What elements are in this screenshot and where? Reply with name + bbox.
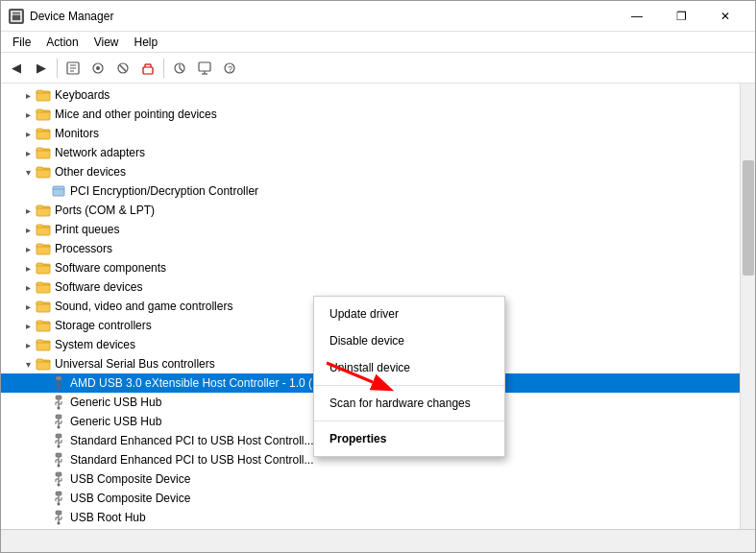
tree-item[interactable]: USB Composite Device [1, 489, 740, 508]
tree-item[interactable]: ▸ Mice and other pointing devices [1, 105, 740, 124]
device-icon [51, 491, 66, 506]
svg-rect-43 [56, 396, 61, 399]
menu-help[interactable]: Help [127, 34, 166, 51]
device-label: Sound, video and game controllers [55, 300, 232, 313]
toolbar: ◀ ▶ ? [1, 53, 755, 84]
app-icon [9, 9, 24, 24]
back-button[interactable]: ◀ [5, 57, 28, 80]
device-label: Generic USB Hub [70, 396, 161, 409]
tree-item[interactable]: USB Composite Device [1, 469, 740, 489]
window-controls: — ❐ ✕ [615, 1, 747, 32]
svg-point-59 [58, 445, 61, 448]
device-icon [36, 260, 51, 276]
statusbar [1, 529, 755, 552]
device-label: USB Root Hub [70, 511, 146, 524]
tree-item[interactable]: ▸ Software devices [1, 277, 740, 297]
tree-item[interactable]: ▸ Monitors [1, 124, 740, 143]
tree-item[interactable]: USB Root Hub [1, 508, 740, 527]
svg-point-7 [96, 66, 100, 70]
context-menu-item[interactable]: Update driver [314, 301, 504, 327]
device-icon [51, 433, 66, 448]
device-icon [36, 241, 51, 256]
device-icon [36, 145, 51, 160]
computer-button[interactable] [193, 57, 216, 80]
tree-item[interactable]: ▸ Processors [1, 239, 740, 258]
properties-button[interactable] [61, 57, 85, 80]
device-label: Monitors [55, 127, 99, 140]
title-bar: Device Manager — ❐ ✕ [1, 1, 755, 32]
device-icon [51, 452, 66, 468]
device-label: Mice and other pointing devices [55, 108, 217, 121]
vertical-scrollbar[interactable] [740, 84, 755, 529]
close-button[interactable]: ✕ [703, 1, 747, 32]
device-icon [36, 203, 51, 218]
context-menu-item[interactable]: Scan for hardware changes [314, 390, 504, 417]
device-label: USB Composite Device [70, 492, 190, 505]
svg-rect-64 [56, 453, 61, 457]
toolbar-separator-1 [57, 59, 58, 78]
context-menu-item[interactable]: Uninstall device [314, 354, 504, 381]
svg-point-38 [58, 388, 61, 391]
svg-rect-71 [56, 472, 61, 476]
window-title: Device Manager [30, 10, 615, 23]
minimize-button[interactable]: — [615, 1, 659, 32]
device-label: Standard Enhanced PCI to USB Host Contro… [70, 453, 313, 467]
toolbar-separator-2 [163, 59, 164, 78]
device-label: Software devices [55, 280, 142, 294]
tree-item[interactable]: ▾ Other devices [1, 162, 740, 181]
device-label: Software components [55, 261, 166, 275]
device-label: Network adapters [55, 146, 145, 159]
tree-item[interactable]: ▸ Keyboards [1, 85, 740, 105]
device-label: System devices [55, 338, 135, 351]
device-icon [51, 414, 66, 429]
device-label: Standard Enhanced PCI to USB Host Contro… [70, 434, 313, 447]
uninstall-button[interactable] [136, 57, 159, 80]
tree-item[interactable]: ▸ Ports (COM & LPT) [1, 201, 740, 220]
device-label: Processors [55, 242, 112, 255]
context-menu-separator [314, 421, 504, 421]
device-icon [36, 279, 51, 295]
tree-item[interactable]: ▸ Print queues [1, 220, 740, 239]
device-icon [51, 510, 66, 525]
tree-item[interactable]: ▸ Software components [1, 258, 740, 277]
forward-button[interactable]: ▶ [30, 57, 53, 80]
help-button[interactable]: ? [218, 57, 241, 80]
svg-rect-0 [12, 12, 21, 21]
svg-rect-15 [199, 62, 210, 71]
scan-changes-button[interactable] [168, 57, 191, 80]
svg-rect-50 [56, 415, 61, 419]
device-label: Generic USB Hub [70, 415, 161, 428]
tree-item[interactable]: PCI Encryption/Decryption Controller [1, 181, 740, 201]
menu-view[interactable]: View [86, 34, 127, 51]
device-label: Other devices [55, 165, 126, 179]
tree-item[interactable]: USB Root Hub [1, 527, 740, 529]
svg-point-66 [58, 465, 61, 468]
context-menu-item[interactable]: Disable device [314, 327, 504, 354]
menu-action[interactable]: Action [38, 34, 85, 51]
context-menu: Update driverDisable deviceUninstall dev… [313, 296, 505, 457]
disable-button[interactable] [111, 57, 134, 80]
svg-rect-10 [143, 67, 153, 74]
device-icon [36, 87, 51, 103]
svg-rect-36 [56, 376, 61, 380]
scrollbar-thumb[interactable] [743, 160, 754, 276]
maximize-button[interactable]: ❐ [659, 1, 703, 32]
device-icon [36, 164, 51, 180]
device-icon [36, 299, 51, 314]
device-icon [51, 471, 66, 487]
device-icon [36, 337, 51, 352]
device-label: Universal Serial Bus controllers [55, 357, 215, 371]
svg-text:?: ? [228, 64, 232, 74]
context-menu-item[interactable]: Properties [314, 425, 504, 452]
tree-item[interactable]: ▸ Network adapters [1, 143, 740, 162]
menu-file[interactable]: File [5, 34, 38, 51]
device-label: Print queues [55, 223, 119, 236]
device-icon [51, 395, 66, 410]
device-icon [51, 375, 66, 391]
device-icon [36, 126, 51, 141]
update-driver-button[interactable] [86, 57, 110, 80]
svg-point-87 [58, 522, 61, 525]
device-icon [36, 356, 51, 372]
device-icon [36, 107, 51, 122]
device-label: Keyboards [55, 88, 110, 102]
